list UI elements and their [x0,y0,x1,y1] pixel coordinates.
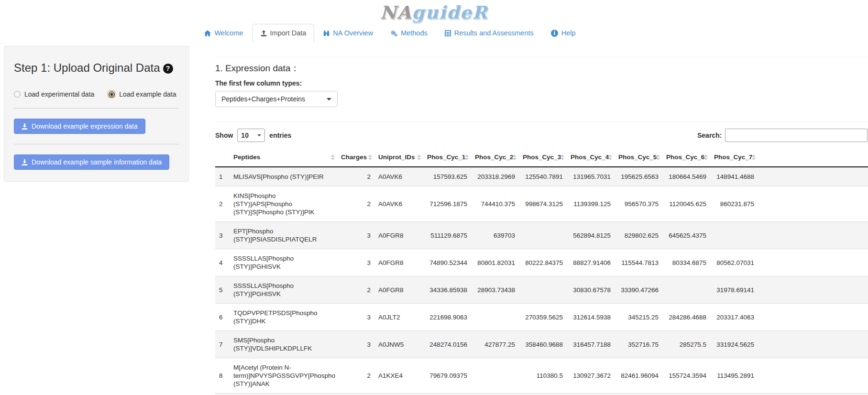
table-row: 2KINS[Phospho (STY)]APS[Phospho (STY)]S[… [215,187,868,222]
radio-label: Load example data [119,90,176,98]
value-cell: 284286.4688 [662,304,710,331]
value-cell: 113495.2891 [710,358,758,394]
col-header-phos-cyc-1[interactable]: Phos_Cyc_1 [423,148,471,167]
col-header-phos-cyc-2[interactable]: Phos_Cyc_2 [471,148,519,167]
tab-results-and-assessments[interactable]: Results and Assessments [437,24,542,43]
peptide-cell: SSSSLLAS[Phospho (STY)]PGHISVK [230,276,337,304]
value-cell: 1120045.625 [662,187,710,222]
row-number: 3 [215,222,230,249]
download-expression-button[interactable]: Download example expression data [14,119,145,134]
charge-cell: 2 [337,276,374,304]
table-row-partial [215,394,868,395]
table-row: 7SMS[Phospho (STY)]VDLSHIPLKDPLLFK3A0JNW… [215,331,868,358]
uniprot-cell: A0FGR8 [374,249,423,276]
col-header-charges[interactable]: Charges [337,148,374,167]
uniprot-cell: A0AVK6 [374,167,423,187]
value-cell: 998674.3125 [519,187,567,222]
uniprot-cell: A0FGR8 [374,276,423,304]
value-cell: 74890.52344 [423,249,471,276]
binoculars-icon [323,30,330,36]
logo-guider: guideR [412,2,488,23]
radio-load-experimental-data[interactable]: Load experimental data [14,90,94,98]
tab-import-data[interactable]: Import Data [253,24,315,43]
radio-unchecked-icon [14,91,21,98]
filler-cell [758,331,868,358]
value-cell: 511129.6875 [423,222,471,249]
value-cell: 80222.84375 [519,249,567,276]
row-number: 4 [215,249,230,276]
col-header-uniprot-ids[interactable]: Uniprot_IDs [374,148,423,167]
col-header-phos-cyc-3[interactable]: Phos_Cyc_3 [519,148,567,167]
charge-cell: 2 [337,187,374,222]
value-cell: 203318.2969 [471,167,519,187]
filler-cell [758,276,868,304]
filler-cell [758,358,868,394]
column-types-label: The first few column types: [215,79,868,87]
value-cell: 180664.5469 [662,167,710,187]
value-cell: 125540.7891 [519,167,567,187]
page-length-select[interactable]: 10 [237,129,265,142]
tab-welcome[interactable]: Welcome [196,24,251,43]
value-cell: 639703 [471,222,519,249]
tab-label: NA Overview [333,29,373,37]
value-cell: 110380.5 [519,358,567,394]
value-cell: 352716.75 [615,331,662,358]
tab-methods[interactable]: Methods [382,24,436,43]
radio-load-example-data[interactable]: Load example data [108,90,176,98]
logo-na: NA [380,2,412,23]
download-sample-info-button[interactable]: Download example sample information data [14,154,169,170]
chevron-down-icon [257,134,261,136]
charge-cell: 3 [337,249,374,276]
value-cell: 34336.85938 [423,276,471,304]
value-cell: 285275.5 [662,331,710,358]
tab-na-overview[interactable]: NA Overview [315,24,381,43]
col-header-phos-cyc-5[interactable]: Phos_Cyc_5 [615,148,662,167]
col-header-label: Phos_Cyc_5 [618,154,657,161]
table-row: 3EPT[Phospho (STY)]PSIASDISLPIATQELR3A0F… [215,222,868,249]
column-types-select[interactable]: Peptides+Charges+Proteins [215,91,338,107]
charge-cell: 3 [337,222,374,249]
filler-cell [215,394,868,395]
row-number: 6 [215,304,230,331]
value-cell: 956570.375 [615,187,662,222]
radio-checked-icon [108,90,115,98]
value-cell: 31978.69141 [710,276,758,304]
value-cell: 80562.07031 [710,249,758,276]
upload-icon [261,30,267,36]
question-circle-icon[interactable]: ? [163,64,173,74]
filler-cell [758,187,868,222]
col-header-label: Phos_Cyc_6 [666,154,704,161]
col-header-phos-cyc-6[interactable]: Phos_Cyc_6 [662,148,710,167]
sort-icon [704,154,708,161]
value-cell: 331924.5625 [710,331,758,358]
value-cell: 88827.91406 [567,249,615,276]
search-input[interactable] [725,129,868,142]
row-number: 1 [215,167,230,187]
value-cell: 312614.5938 [567,304,615,331]
value-cell: 221698.9063 [423,304,471,331]
value-cell: 248274.0156 [423,331,471,358]
tab-label: Welcome [214,29,243,37]
value-cell: 645625.4375 [662,222,710,249]
divider [215,121,868,122]
value-cell: 1139399.125 [567,187,615,222]
tab-label: Import Data [270,29,307,37]
col-header-peptides[interactable]: Peptides [230,148,337,167]
col-header-phos-cyc-4[interactable]: Phos_Cyc_4 [567,148,615,167]
peptide-cell: SMS[Phospho (STY)]VDLSHIPLKDPLLFK [230,331,337,358]
show-label: Show [215,132,233,139]
button-label: Download example expression data [32,122,138,130]
divider [14,108,179,109]
value-cell: 28903.73438 [471,276,519,304]
col-header-phos-cyc-7[interactable]: Phos_Cyc_7 [710,148,758,167]
table-row: 6TQDPVPPETPSDS[Phospho (STY)]DHK3A0JLT22… [215,304,868,331]
value-cell: 82461.96094 [615,358,662,394]
col-header-label: Phos_Cyc_1 [427,154,465,161]
divider [215,57,868,57]
value-cell: 131965.7031 [567,167,615,187]
value-cell: 80334.6875 [662,249,710,276]
radio-label: Load experimental data [24,90,94,98]
peptide-cell: M[Acetyl (Protein N-term)]NPVYSPGSSGVPY[… [230,358,337,394]
value-cell: 30830.67578 [567,276,615,304]
tab-help[interactable]: iHelp [543,24,584,43]
